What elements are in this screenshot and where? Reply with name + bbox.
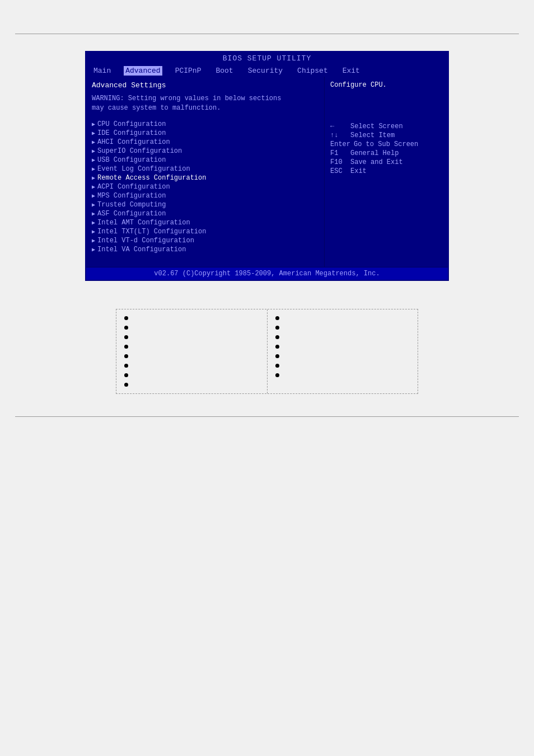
bullet-icon [275, 354, 279, 358]
key-desc-f10: Save and Exit [350, 158, 403, 166]
nav-chipset[interactable]: Chipset [296, 66, 330, 76]
bios-nav: Main Advanced PCIPnP Boot Security Chips… [86, 65, 448, 77]
key-row-select-screen: ← Select Screen [330, 123, 442, 130]
menu-asf-config[interactable]: ▶ASF Configuration [92, 209, 318, 218]
menu-remoteaccess-config[interactable]: ▶Remote Access Configuration [92, 173, 318, 182]
bullet-icon [124, 364, 128, 368]
bios-warning: WARNING: Setting wrong values in below s… [92, 94, 318, 113]
warning-line2: may cause system to malfunction. [92, 104, 221, 112]
bullet-icon [275, 316, 279, 320]
key-esc: ESC [330, 167, 347, 175]
bullet-icon [124, 354, 128, 358]
menu-ahci-config[interactable]: ▶AHCI Configuration [92, 138, 318, 147]
list-item [275, 345, 410, 349]
menu-mps-config[interactable]: ▶MPS Configuration [92, 191, 318, 200]
bios-right-panel: Configure CPU. ← Select Screen ↑↓ Select… [325, 77, 448, 267]
bios-title: BIOS SETUP UTILITY [223, 54, 311, 63]
nav-pcipnp[interactable]: PCIPnP [174, 66, 203, 76]
list-item [124, 354, 259, 358]
key-enter: Enter [330, 140, 350, 148]
list-item [275, 373, 410, 377]
help-text: Configure CPU. [330, 81, 442, 89]
bullet-icon [124, 373, 128, 377]
menu-eventlog-config[interactable]: ▶Event Log Configuration [92, 165, 318, 173]
menu-intel-vtd-config[interactable]: ▶Intel VT-d Configuration [92, 236, 318, 245]
nav-boot[interactable]: Boot [214, 66, 235, 76]
bullet-icon [124, 326, 128, 330]
bullet-icon [275, 364, 279, 368]
list-item [124, 373, 259, 377]
menu-intel-txt-config[interactable]: ▶Intel TXT(LT) Configuration [92, 227, 318, 236]
key-desc-select-screen: Select Screen [350, 123, 403, 130]
bios-footer: v02.67 (C)Copyright 1985-2009, American … [86, 267, 448, 280]
key-row-esc: ESC Exit [330, 167, 442, 175]
bullet-icon [275, 335, 279, 339]
keys-section: ← Select Screen ↑↓ Select Item Enter Go … [330, 123, 442, 175]
key-f10: F10 [330, 158, 347, 166]
bios-left-panel: Advanced Settings WARNING: Setting wrong… [86, 77, 325, 267]
list-item [275, 316, 410, 320]
key-desc-f1: General Help [350, 149, 399, 157]
list-item [124, 316, 259, 320]
key-desc-enter: Go to Sub Screen [354, 140, 418, 148]
menu-usb-config[interactable]: ▶USB Configuration [92, 156, 318, 165]
nav-security[interactable]: Security [246, 66, 284, 76]
bios-content: Advanced Settings WARNING: Setting wrong… [86, 77, 448, 267]
warning-line1: WARNING: Setting wrong values in below s… [92, 95, 281, 102]
menu-ide-config[interactable]: ▶IDE Configuration [92, 129, 318, 138]
list-item [124, 326, 259, 330]
section-title: Advanced Settings [92, 81, 318, 90]
key-f1: F1 [330, 149, 347, 157]
list-item [124, 335, 259, 339]
key-row-f1: F1 General Help [330, 149, 442, 157]
list-item [275, 364, 410, 368]
bullet-table [116, 309, 418, 394]
nav-main[interactable]: Main [92, 66, 113, 76]
bullet-icon [275, 373, 279, 377]
list-item [124, 364, 259, 368]
menu-intel-va-config[interactable]: ▶Intel VA Configuration [92, 245, 318, 254]
list-item [275, 335, 410, 339]
nav-advanced[interactable]: Advanced [124, 66, 162, 76]
bullet-col-right [268, 309, 418, 393]
nav-exit[interactable]: Exit [341, 66, 362, 76]
list-item [124, 345, 259, 349]
menu-acpi-config[interactable]: ▶ACPI Configuration [92, 182, 318, 191]
top-divider [15, 34, 519, 34]
bullet-icon [124, 335, 128, 339]
bullet-icon [275, 326, 279, 330]
bullet-col-left [116, 309, 268, 393]
bullet-icon [124, 345, 128, 349]
list-item [124, 383, 259, 387]
list-item [275, 326, 410, 330]
key-row-select-item: ↑↓ Select Item [330, 132, 442, 139]
bullet-icon [124, 383, 128, 387]
key-row-f10: F10 Save and Exit [330, 158, 442, 166]
key-row-enter: Enter Go to Sub Screen [330, 140, 442, 148]
menu-cpu-config[interactable]: ▶CPU Configuration [92, 120, 318, 129]
bottom-divider [15, 416, 519, 417]
menu-superio-config[interactable]: ▶SuperIO Configuration [92, 147, 318, 156]
footer-text: v02.67 (C)Copyright 1985-2009, American … [154, 270, 380, 278]
bullet-icon [275, 345, 279, 349]
key-arrow-lr: ← [330, 123, 347, 130]
bullet-icon [124, 316, 128, 320]
bios-window: BIOS SETUP UTILITY Main Advanced PCIPnP … [85, 51, 449, 281]
key-desc-esc: Exit [350, 167, 367, 175]
menu-intel-amt-config[interactable]: ▶Intel AMT Configuration [92, 218, 318, 227]
key-desc-select-item: Select Item [350, 132, 395, 139]
key-arrow-ud: ↑↓ [330, 132, 347, 139]
list-item [275, 354, 410, 358]
bios-title-bar: BIOS SETUP UTILITY [86, 52, 448, 65]
menu-trusted-computing[interactable]: ▶Trusted Computing [92, 200, 318, 209]
